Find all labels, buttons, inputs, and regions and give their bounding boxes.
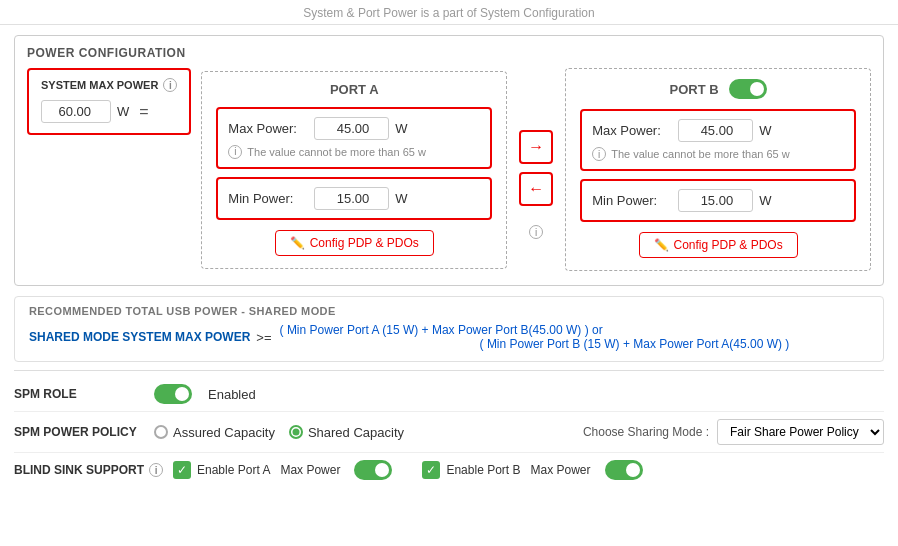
port-b-max-input[interactable] <box>678 119 753 142</box>
blind-port-a-label: Enable Port A <box>197 463 270 477</box>
blind-sink-label: BLIND SINK SUPPORT i <box>14 463 163 477</box>
pencil-icon: ✏️ <box>290 236 305 250</box>
arrow-info-icon[interactable]: i <box>529 225 543 239</box>
port-a-min-label: Min Power: <box>228 191 308 206</box>
port-a-min-power-field: Min Power: W <box>216 177 492 220</box>
shared-label: Shared Capacity <box>308 425 404 440</box>
rec-title: RECOMMENDED TOTAL USB POWER - SHARED MOD… <box>29 305 869 317</box>
port-a-warning-text: The value cannot be more than 65 w <box>247 146 426 158</box>
blind-port-a-toggle[interactable] <box>354 460 392 480</box>
port-b-box: PORT B Max Power: W i <box>565 68 871 271</box>
recommended-section: RECOMMENDED TOTAL USB POWER - SHARED MOD… <box>14 296 884 362</box>
arrow-right-btn[interactable]: → <box>519 130 553 164</box>
spm-policy-label: SPM POWER POLICY <box>14 425 144 439</box>
blind-port-b-item: ✓ Enable Port B Max Power <box>422 460 642 480</box>
port-a-max-label: Max Power: <box>228 121 308 136</box>
assured-radio-circle <box>154 425 168 439</box>
choose-sharing-area: Choose Sharing Mode : Fair Share Power P… <box>583 419 884 445</box>
shared-mode-label: SHARED MODE SYSTEM MAX POWER <box>29 330 250 344</box>
port-b-warning-text: The value cannot be more than 65 w <box>611 148 790 160</box>
arrow-left-btn[interactable]: ← <box>519 172 553 206</box>
spm-role-text: Enabled <box>208 387 256 402</box>
blind-sink-row: BLIND SINK SUPPORT i ✓ Enable Port A Max… <box>14 453 884 487</box>
spm-role-label: SPM ROLE <box>14 387 144 401</box>
eq-sign: = <box>139 103 148 121</box>
port-b-min-power-field: Min Power: W <box>580 179 856 222</box>
port-a-title: PORT A <box>330 82 379 97</box>
port-b-max-unit: W <box>759 123 771 138</box>
port-b-min-unit: W <box>759 193 771 208</box>
shared-mode-formula: ( Min Power Port A (15 W) + Max Power Po… <box>280 323 790 351</box>
port-b-min-input[interactable] <box>678 189 753 212</box>
port-b-max-power-field: Max Power: W i The value cannot be more … <box>580 109 856 171</box>
bottom-section: SPM ROLE Enabled SPM POWER POLICY Assure… <box>14 370 884 487</box>
port-a-config-btn[interactable]: ✏️ Config PDP & PDOs <box>275 230 434 256</box>
shared-radio-circle <box>289 425 303 439</box>
blind-port-b-toggle[interactable] <box>605 460 643 480</box>
gte-sign: >= <box>256 330 271 345</box>
blind-sink-info-icon[interactable]: i <box>149 463 163 477</box>
blind-port-a-item: ✓ Enable Port A Max Power <box>173 460 392 480</box>
assured-capacity-option[interactable]: Assured Capacity <box>154 425 275 440</box>
port-b-config-btn[interactable]: ✏️ Config PDP & PDOs <box>639 232 798 258</box>
port-b-toggle[interactable] <box>729 79 767 99</box>
top-bar: System & Port Power is a part of System … <box>0 0 898 25</box>
power-config-section: POWER CONFIGURATION SYSTEM MAX POWER i W… <box>14 35 884 286</box>
port-a-min-input[interactable] <box>314 187 389 210</box>
spm-policy-radio-group: Assured Capacity Shared Capacity <box>154 425 404 440</box>
port-b-min-label: Min Power: <box>592 193 672 208</box>
sys-max-power-info-icon[interactable]: i <box>163 78 177 92</box>
port-a-max-unit: W <box>395 121 407 136</box>
port-b-title: PORT B <box>670 82 719 97</box>
port-a-box: PORT A Max Power: W i The value cannot b… <box>201 71 507 269</box>
port-b-max-label: Max Power: <box>592 123 672 138</box>
sys-max-power-box: SYSTEM MAX POWER i W = <box>27 68 191 135</box>
spm-role-toggle[interactable] <box>154 384 192 404</box>
sys-max-power-unit: W <box>117 104 129 119</box>
blind-port-b-checkbox[interactable]: ✓ <box>422 461 440 479</box>
port-a-warning-icon: i <box>228 145 242 159</box>
spm-role-row: SPM ROLE Enabled <box>14 377 884 412</box>
port-b-warning-icon: i <box>592 147 606 161</box>
blind-port-b-sublabel: Max Power <box>530 463 590 477</box>
port-a-max-input[interactable] <box>314 117 389 140</box>
power-config-title: POWER CONFIGURATION <box>27 46 871 60</box>
sharing-mode-select[interactable]: Fair Share Power Policy <box>717 419 884 445</box>
blind-port-a-sublabel: Max Power <box>280 463 340 477</box>
sys-max-power-input[interactable] <box>41 100 111 123</box>
sys-max-power-label: SYSTEM MAX POWER <box>41 79 158 91</box>
ports-area: PORT A Max Power: W i The value cannot b… <box>201 68 871 271</box>
blind-port-b-label: Enable Port B <box>446 463 520 477</box>
blind-port-a-checkbox[interactable]: ✓ <box>173 461 191 479</box>
shared-capacity-option[interactable]: Shared Capacity <box>289 425 404 440</box>
port-a-max-power-field: Max Power: W i The value cannot be more … <box>216 107 492 169</box>
arrow-column: → ← i <box>519 100 553 240</box>
port-a-min-unit: W <box>395 191 407 206</box>
assured-label: Assured Capacity <box>173 425 275 440</box>
spm-policy-row: SPM POWER POLICY Assured Capacity Shared… <box>14 412 884 453</box>
pencil-icon-b: ✏️ <box>654 238 669 252</box>
choose-sharing-label: Choose Sharing Mode : <box>583 425 709 439</box>
